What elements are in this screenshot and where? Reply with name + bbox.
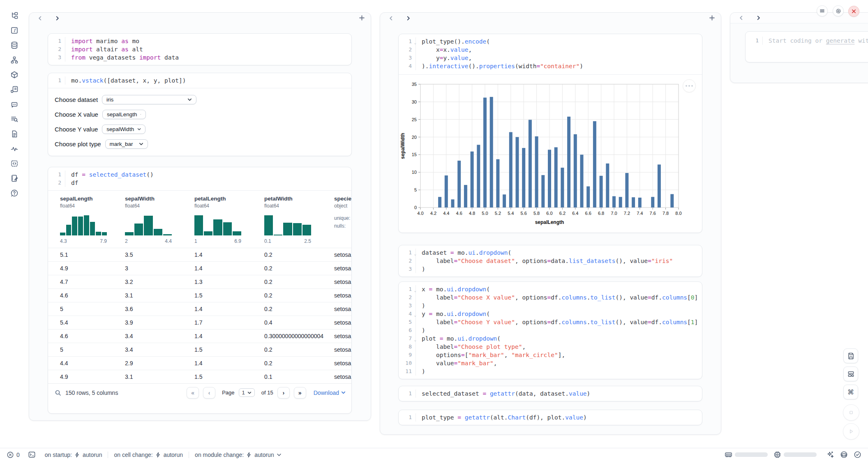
trace-search-icon[interactable] [9, 114, 20, 124]
autorun-cell-change[interactable]: on cell change: autorun [114, 452, 183, 458]
cpu-usage[interactable] [773, 451, 817, 459]
column-back-button[interactable] [388, 15, 394, 21]
code-cell-dataframe[interactable]: 1df = selected_dataset()2df sepalLength … [48, 167, 352, 414]
column-histogram [60, 214, 107, 235]
file-tree-icon[interactable] [9, 11, 20, 21]
histogram-bar [233, 231, 241, 235]
y-value-select[interactable]: sepalWidth [102, 124, 145, 134]
dataset-label: Choose dataset [55, 96, 98, 103]
last-page-button[interactable]: » [294, 387, 306, 399]
run-button[interactable] [843, 423, 859, 440]
activity-icon[interactable] [9, 144, 20, 154]
next-page-button[interactable]: › [277, 387, 290, 399]
shortcuts-button[interactable]: ⌘ [843, 385, 858, 399]
code-cell-imports[interactable]: 1import marimo as mo2import altair as al… [48, 33, 352, 65]
documentation-icon[interactable] [9, 129, 20, 139]
command-icon: ⌘ [847, 388, 854, 396]
bar [490, 97, 493, 207]
dataset-select[interactable]: iris [102, 95, 196, 104]
ai-assistant-button[interactable] [826, 451, 834, 459]
download-button[interactable]: Download [314, 390, 346, 396]
code-cell-plot[interactable]: 1⌄plot_type().encode(2 x=x.value,3 y=y.v… [398, 34, 702, 233]
functions-icon[interactable]: f [9, 25, 20, 35]
svg-text:15: 15 [412, 152, 417, 157]
bar [593, 121, 596, 207]
panel-left-header [29, 13, 371, 23]
column-forward-button[interactable] [755, 15, 762, 21]
first-page-button[interactable]: « [187, 387, 199, 399]
settings-button[interactable] [833, 5, 844, 16]
close-button[interactable] [848, 6, 859, 17]
chart-output: 4.04.24.44.64.85.05.25.45.65.86.06.26.46… [399, 74, 702, 233]
x-value-select[interactable]: sepalLength [102, 110, 146, 119]
layout-button[interactable] [843, 366, 858, 381]
bar [651, 197, 654, 207]
generate-link[interactable]: generate [826, 37, 855, 44]
connection-status-icon[interactable] [854, 451, 861, 459]
autorun-module-change[interactable]: on module change: autorun [195, 452, 282, 458]
svg-text:4.4: 4.4 [443, 211, 449, 216]
table-row: 4.931.40.2setosa [48, 261, 351, 275]
copilot-button[interactable] [840, 451, 848, 459]
svg-text:35: 35 [412, 82, 417, 87]
help-icon[interactable] [9, 188, 20, 198]
column-forward-button[interactable] [405, 15, 411, 21]
search-icon[interactable] [55, 390, 61, 396]
code-line: 1df = selected_dataset() [48, 171, 351, 179]
histogram-bar [60, 233, 65, 235]
terminal-button[interactable] [28, 451, 36, 459]
chat-icon[interactable] [9, 99, 20, 109]
logs-icon[interactable] [9, 85, 20, 95]
cpu-icon [773, 451, 781, 459]
bar [600, 176, 603, 207]
code-cell-plot-type[interactable]: 1plot_type = getattr(alt.Chart(df), plot… [398, 410, 702, 425]
editor-placeholder[interactable]: Start coding or generate with AI [763, 37, 868, 45]
snippets-icon[interactable] [9, 159, 20, 168]
svg-text:sepalLength: sepalLength [535, 219, 564, 225]
database-icon[interactable] [9, 40, 20, 50]
scratch-cell[interactable]: 1 Start coding or generate with AI [745, 31, 868, 62]
histogram-bar [274, 235, 282, 235]
menu-button[interactable] [817, 5, 828, 16]
code-cell-dataset-dropdown[interactable]: 1⌄dataset = mo.ui.dropdown(2 label="Choo… [398, 245, 702, 277]
page-of-label: of 15 [261, 390, 273, 396]
chevron-down-icon [139, 142, 143, 146]
prev-page-button[interactable]: ‹ [203, 387, 215, 399]
lightning-icon [246, 452, 252, 458]
stop-button[interactable] [843, 404, 859, 421]
save-icon [847, 352, 855, 360]
memory-usage[interactable] [725, 451, 768, 459]
column-header: petalLength float64 16.9 [194, 196, 264, 248]
column-forward-button[interactable] [54, 15, 60, 21]
column-back-button[interactable] [738, 15, 744, 21]
code-line: 9 options=["mark_bar", "mark_circle"], [399, 351, 702, 359]
new-cell-button[interactable] [709, 15, 715, 21]
histogram-bar [78, 217, 83, 235]
new-cell-button[interactable] [359, 15, 365, 21]
altair-bar-chart[interactable]: 4.04.24.44.64.85.05.25.45.65.86.06.26.46… [399, 75, 702, 230]
page-select[interactable]: 1 [239, 388, 255, 397]
column-back-button[interactable] [37, 15, 43, 21]
bar [632, 197, 635, 207]
code-cell-xy-plot-dropdowns[interactable]: 1⌄x = mo.ui.dropdown(2 label="Choose X v… [398, 281, 702, 379]
code-cell-selected-dataset[interactable]: 1selected_dataset = getattr(data, datase… [398, 386, 702, 401]
dependency-graph-icon[interactable] [9, 55, 20, 65]
save-button[interactable] [843, 348, 858, 363]
error-count: 0 [16, 452, 20, 458]
error-indicator[interactable]: 0 [7, 451, 20, 459]
bar [503, 194, 506, 207]
scratchpad-icon[interactable] [9, 173, 20, 183]
histogram-bar [223, 222, 232, 235]
code-line: 11) [399, 367, 702, 376]
package-icon[interactable] [9, 70, 20, 80]
code-line: 2 label="Choose dataset", options=data.l… [399, 257, 702, 265]
svg-text:7.4: 7.4 [637, 211, 643, 216]
bar [529, 120, 532, 207]
chart-menu-button[interactable] [683, 79, 696, 92]
bar [438, 197, 441, 207]
code-cell-vstack[interactable]: 1mo.vstack([dataset, x, y, plot]) Choose… [48, 73, 352, 156]
autorun-startup[interactable]: on startup: autorun [45, 452, 102, 458]
plot-type-select[interactable]: mark_bar [105, 139, 148, 149]
svg-text:4.6: 4.6 [456, 211, 462, 216]
code-line: 4).interactive().properties(width="conta… [399, 62, 702, 70]
